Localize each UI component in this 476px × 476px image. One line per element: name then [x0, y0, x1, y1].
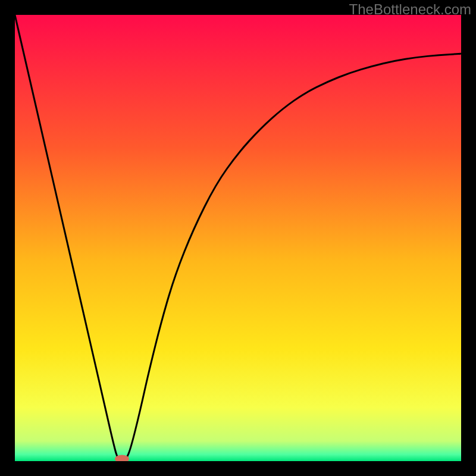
- chart-plot-area: [15, 15, 461, 461]
- gradient-background: [15, 15, 461, 461]
- chart-frame: TheBottleneck.com: [0, 0, 476, 476]
- chart-svg: [15, 15, 461, 461]
